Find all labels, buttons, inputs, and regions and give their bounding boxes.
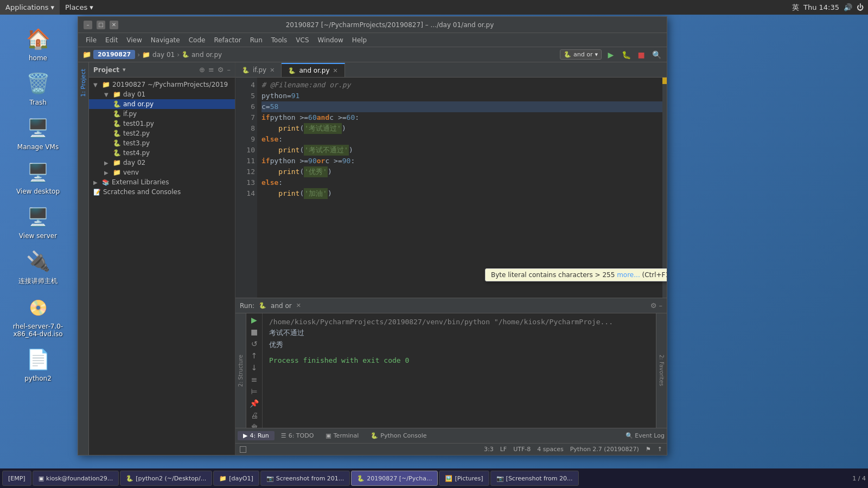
- run-play-btn[interactable]: ▶: [248, 316, 261, 324]
- run-tab-close[interactable]: ✕: [296, 302, 301, 309]
- bottom-tab-terminal[interactable]: ▣ Terminal: [320, 431, 364, 440]
- project-tab[interactable]: 1: Project: [79, 65, 88, 101]
- menu-run[interactable]: Run: [246, 33, 267, 47]
- minimize-button[interactable]: –: [84, 21, 92, 29]
- menu-file[interactable]: File: [81, 33, 101, 47]
- tab-ifpy-close[interactable]: ✕: [270, 67, 275, 74]
- run-align-btn[interactable]: ⊨: [248, 387, 261, 396]
- event-log-btn[interactable]: 🔍 Event Log: [626, 432, 665, 439]
- bottom-tab-python-console[interactable]: 🐍 Python Console: [365, 431, 432, 440]
- taskbar-kiosk-foundation[interactable]: ▣ kiosk@foundation29...: [33, 471, 119, 486]
- emp-label: [EMP]: [8, 475, 25, 482]
- terminal-tab-label: Terminal: [334, 432, 359, 439]
- bottom-tab-todo[interactable]: ☰ 6: TODO: [276, 431, 320, 440]
- collapse-icon[interactable]: ≡: [208, 66, 214, 74]
- taskbar-day01[interactable]: 📁 [dayO1]: [213, 471, 259, 486]
- applications-menu[interactable]: Applications ▾: [0, 0, 60, 15]
- test01py-label: test01.py: [123, 120, 154, 127]
- menu-view[interactable]: View: [122, 33, 146, 47]
- desktop-icon-connect-teacher[interactable]: 🔌 连接讲师主机: [5, 244, 71, 290]
- tree-test3py[interactable]: 🐍 test3.py: [89, 138, 235, 148]
- desktop-icon-view-desktop[interactable]: 🖥️ View desktop: [5, 155, 71, 200]
- tree-test01py[interactable]: 🐍 test01.py: [89, 119, 235, 129]
- breadcrumb-root[interactable]: 20190827: [93, 50, 135, 59]
- run-tab-name[interactable]: and or: [271, 302, 292, 310]
- project-tree: ▼ 📁 20190827 ~/PycharmProjects/2019 ▼ 📁 …: [89, 78, 235, 455]
- desktop-icon-trash[interactable]: 🗑️ Trash: [5, 66, 71, 111]
- settings-icon[interactable]: ⚙: [218, 66, 224, 74]
- code-content[interactable]: # @Filename:and or.py python = 91 c =: [257, 78, 667, 298]
- run-hide-icon[interactable]: –: [659, 301, 663, 310]
- desktop-icon-manage-vms[interactable]: 🖥️ Manage VMs: [5, 111, 71, 155]
- code-editor[interactable]: 4 5 6 7 8 9 10 11 12 13 14: [235, 78, 667, 298]
- stop-button[interactable]: ■: [635, 49, 647, 61]
- debug-button[interactable]: 🐛: [620, 49, 632, 61]
- run-settings-icon[interactable]: ⚙: [650, 301, 657, 310]
- view-desktop-icon: 🖥️: [25, 159, 51, 185]
- todo-tab-label: 6: TODO: [289, 432, 314, 439]
- bottom-tab-run[interactable]: ▶ 4: Run: [238, 431, 275, 440]
- menu-code[interactable]: Code: [184, 33, 210, 47]
- tab-ifpy-label: if.py: [253, 66, 266, 74]
- tooltip-link[interactable]: more...: [617, 271, 640, 279]
- menu-vcs[interactable]: VCS: [291, 33, 313, 47]
- taskbar-python2-desktop[interactable]: 🐍 [python2 (~/Desktop/...: [120, 471, 212, 486]
- tree-scratches[interactable]: 📝 Scratches and Consoles: [89, 187, 235, 197]
- status-checkbox[interactable]: [240, 446, 246, 453]
- menu-refactor[interactable]: Refactor: [209, 33, 245, 47]
- menu-window[interactable]: Window: [314, 33, 348, 47]
- tree-venv[interactable]: ▶ 📁 venv: [89, 168, 235, 177]
- volume-icon: 🔊: [844, 3, 852, 11]
- breadcrumb-sub1[interactable]: day 01: [152, 51, 175, 59]
- menu-edit[interactable]: Edit: [101, 33, 122, 47]
- menu-navigate[interactable]: Navigate: [146, 33, 184, 47]
- run-pin-btn[interactable]: 📌: [248, 399, 261, 408]
- taskbar-pycharm[interactable]: 🐍 20190827 [~/Pycha...: [351, 471, 438, 486]
- tree-andorpy[interactable]: 🐍 and or.py: [89, 99, 235, 109]
- run-scroll-down-btn[interactable]: ↓: [248, 363, 261, 372]
- terminal-tab-icon: ▣: [326, 432, 331, 439]
- run-scroll-up-btn[interactable]: ↑: [248, 351, 261, 360]
- run-print-btn[interactable]: 🖨: [248, 411, 261, 420]
- tab-ifpy[interactable]: 🐍 if.py ✕: [235, 63, 282, 77]
- tab-andorpy[interactable]: 🐍 and or.py ✕: [282, 63, 344, 77]
- tree-day01[interactable]: ▼ 📁 day 01: [89, 89, 235, 99]
- root-arrow: ▼: [93, 82, 100, 88]
- hide-icon[interactable]: –: [227, 66, 231, 74]
- taskbar-emp[interactable]: [EMP]: [2, 471, 31, 486]
- tree-extlib[interactable]: ▶ 📚 External Libraries: [89, 177, 235, 187]
- menu-help[interactable]: Help: [348, 33, 371, 47]
- manage-vms-icon: 🖥️: [25, 115, 51, 141]
- search-everywhere-button[interactable]: 🔍: [650, 49, 662, 61]
- taskbar-pictures[interactable]: 🖼️ [Pictures]: [439, 471, 489, 486]
- tree-root[interactable]: ▼ 📁 20190827 ~/PycharmProjects/2019: [89, 80, 235, 89]
- run-wrap-btn[interactable]: ≡: [248, 375, 261, 384]
- close-button[interactable]: ✕: [110, 21, 118, 29]
- desktop-icon-view-server[interactable]: 🖥️ View server: [5, 200, 71, 244]
- desktop-icon-home[interactable]: 🏠 home: [5, 22, 71, 66]
- run-config-dropdown[interactable]: 🐍 and or ▾: [560, 49, 602, 60]
- tree-day02[interactable]: ▶ 📁 day 02: [89, 158, 235, 168]
- run-trash-btn[interactable]: 🗑: [248, 423, 261, 428]
- desktop-icon-python2[interactable]: 📄 python2: [5, 342, 71, 387]
- applications-label: Applications: [5, 3, 48, 11]
- tree-test2py[interactable]: 🐍 test2.py: [89, 129, 235, 138]
- tree-ifpy[interactable]: 🐍 if.py: [89, 109, 235, 119]
- day01-folder-icon: 📁: [113, 91, 121, 98]
- tab-andorpy-close[interactable]: ✕: [333, 67, 338, 74]
- taskbar-screenshot2[interactable]: 📷 [Screenshot from 20...: [490, 471, 579, 486]
- run-rerun-btn[interactable]: ↺: [248, 339, 261, 348]
- places-menu[interactable]: Places ▾: [60, 0, 99, 15]
- maximize-button[interactable]: □: [97, 21, 105, 29]
- run-stop-btn[interactable]: ■: [248, 328, 261, 336]
- andorpy-icon: 🐍: [113, 100, 121, 108]
- tree-test4py[interactable]: 🐍 test4.py: [89, 148, 235, 158]
- sync-icon[interactable]: ⊕: [199, 66, 205, 74]
- menu-tools[interactable]: Tools: [267, 33, 292, 47]
- run-button[interactable]: ▶: [605, 49, 617, 61]
- top-panel-right: 英 Thu 14:35 🔊 ⏻: [792, 3, 868, 12]
- desktop-icon-rhel[interactable]: 📀 rhel-server-7.0-x86_64-dvd.iso: [5, 290, 71, 342]
- taskbar-screenshot1[interactable]: 📷 Screenshot from 201...: [260, 471, 350, 486]
- run-output: /home/kiosk/PycharmProjects/20190827/ven…: [263, 313, 656, 428]
- breadcrumb-file[interactable]: and or.py: [192, 51, 222, 59]
